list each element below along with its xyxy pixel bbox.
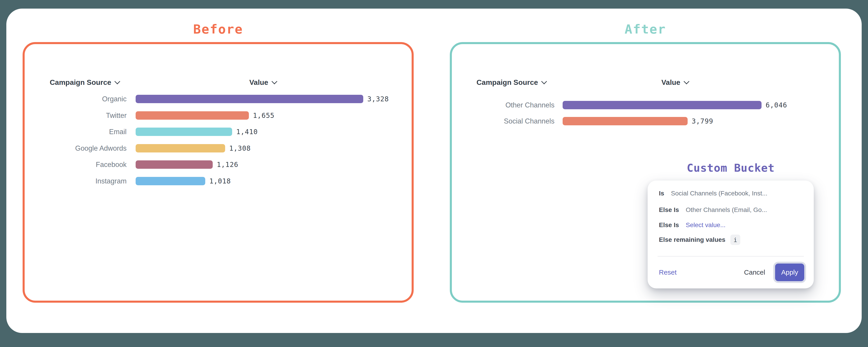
dialog-divider [657,256,804,257]
bar-category-label: Email [32,127,127,136]
after-section-title: After [450,22,841,36]
bucket-rule-4: Else remaining values i [659,235,740,244]
chart-row: Email1,410 [32,127,389,136]
bar-category-label: Other Channels [459,101,555,109]
bar-category-label: Facebook [32,161,127,169]
bar[interactable] [563,117,688,125]
select-value-link[interactable]: Select value... [686,222,725,229]
bar-value-label: 1,126 [217,161,238,169]
bar[interactable] [135,161,213,169]
custom-bucket-title: Custom Bucket [648,162,814,174]
chevron-down-icon[interactable] [114,79,120,84]
bar-value-label: 1,018 [209,177,231,185]
bar[interactable] [135,95,363,103]
before-measure-header[interactable]: Value [249,77,276,87]
bar-value-label: 1,655 [253,112,274,119]
bar-value-label: 3,328 [367,95,389,103]
chart-row: Facebook1,126 [32,161,389,169]
before-section-title: Before [23,22,414,36]
page: { "colors": { "page_bg": "#4a666b", "bef… [0,0,868,347]
chart-row: Organic3,328 [32,95,389,103]
rule-operator-label: Else Is [659,222,679,229]
before-bar-chart: Organic3,328Twitter1,655Email1,410Google… [32,95,389,193]
bar-category-label: Social Channels [459,117,555,125]
bar[interactable] [135,144,225,152]
rule-value-dropdown[interactable]: Other Channels (Email, Go... [686,206,767,213]
bucket-rule-1: Is Social Channels (Facebook, Inst... [659,189,767,198]
rule-value-dropdown[interactable]: Social Channels (Facebook, Inst... [671,190,767,197]
bar[interactable] [135,177,205,185]
custom-bucket-dialog: Is Social Channels (Facebook, Inst... El… [648,180,814,288]
chart-row: Social Channels3,799 [459,117,787,125]
before-dimension-header-label: Campaign Source [50,78,111,87]
bar[interactable] [563,101,762,109]
cancel-button[interactable]: Cancel [744,268,765,276]
info-icon[interactable]: i [730,235,740,245]
rule-operator-label: Is [659,190,664,197]
after-dimension-header-label: Campaign Source [476,78,538,87]
bar-value-label: 1,410 [236,128,258,136]
bar[interactable] [135,127,232,136]
before-measure-header-label: Value [249,78,268,87]
chart-row: Google Adwords1,308 [32,144,389,152]
rule-operator-label: Else remaining values [659,236,725,243]
after-bar-chart: Other Channels6,046Social Channels3,799 [459,101,787,133]
chart-row: Instagram1,018 [32,177,389,185]
bar-value-label: 3,799 [692,117,713,125]
bar-category-label: Twitter [32,111,127,120]
before-dimension-header[interactable]: Campaign Source [50,77,119,87]
dialog-footer: Reset Cancel Apply [659,262,804,283]
chevron-down-icon[interactable] [272,79,277,84]
bar[interactable] [135,111,249,120]
bar-value-label: 6,046 [766,101,787,109]
bar-category-label: Google Adwords [32,144,127,152]
chart-row: Twitter1,655 [32,111,389,120]
bar-category-label: Organic [32,95,127,103]
after-measure-header-label: Value [661,78,680,87]
after-measure-header[interactable]: Value [661,77,688,87]
after-dimension-header[interactable]: Campaign Source [476,77,546,87]
bucket-rule-2: Else Is Other Channels (Email, Go... [659,205,767,214]
chart-row: Other Channels6,046 [459,101,787,109]
rule-operator-label: Else Is [659,206,679,213]
apply-button[interactable]: Apply [775,263,804,281]
chevron-down-icon[interactable] [684,79,689,84]
bucket-rule-3: Else Is Select value... [659,221,725,230]
bar-category-label: Instagram [32,177,127,185]
reset-button[interactable]: Reset [659,268,677,276]
bar-value-label: 1,308 [229,144,251,152]
chevron-down-icon[interactable] [541,79,547,84]
